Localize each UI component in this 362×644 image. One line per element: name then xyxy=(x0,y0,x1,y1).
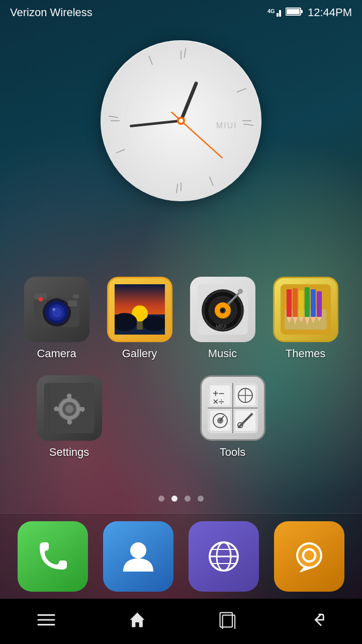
tools-icon: +− ×÷ xyxy=(200,375,265,441)
svg-line-19 xyxy=(181,84,196,121)
app-gallery[interactable]: Gallery xyxy=(101,277,178,360)
svg-rect-41 xyxy=(137,314,143,330)
dot-1[interactable] xyxy=(158,496,164,502)
svg-point-32 xyxy=(52,308,55,311)
dot-4[interactable] xyxy=(198,496,204,502)
recents-button[interactable] xyxy=(203,603,251,640)
svg-point-51 xyxy=(227,302,230,305)
signal-icon: 4G xyxy=(267,6,282,20)
svg-rect-5 xyxy=(287,9,300,14)
svg-point-33 xyxy=(39,297,43,301)
svg-line-20 xyxy=(131,121,181,126)
svg-text:MIUI: MIUI xyxy=(216,121,237,130)
svg-rect-61 xyxy=(305,287,310,317)
svg-text:4G: 4G xyxy=(267,8,275,14)
app-grid: Camera xyxy=(0,277,362,474)
page-dots xyxy=(158,496,204,502)
app-settings[interactable]: Settings xyxy=(30,375,108,459)
app-themes[interactable]: Themes xyxy=(266,277,344,360)
clock-widget[interactable]: MIUI xyxy=(101,40,261,201)
app-music[interactable]: MIUI Music xyxy=(184,277,261,360)
dock xyxy=(0,513,362,599)
tools-label: Tools xyxy=(220,446,245,459)
svg-line-16 xyxy=(146,56,155,65)
gallery-icon xyxy=(107,277,172,342)
dot-3[interactable] xyxy=(185,496,191,502)
svg-rect-2 xyxy=(279,10,281,17)
svg-text:×÷: ×÷ xyxy=(213,396,224,407)
dock-contacts[interactable] xyxy=(103,521,173,592)
svg-point-23 xyxy=(179,119,183,123)
svg-rect-27 xyxy=(73,294,79,298)
svg-rect-57 xyxy=(293,288,298,317)
clock-svg: MIUI xyxy=(101,40,261,201)
themes-icon xyxy=(273,277,338,342)
svg-line-13 xyxy=(116,146,125,156)
carrier-text: Verizon Wireless xyxy=(10,6,93,19)
camera-icon xyxy=(24,277,89,342)
dock-browser[interactable] xyxy=(189,521,259,592)
music-icon: MIUI xyxy=(190,277,255,342)
settings-label: Settings xyxy=(49,446,89,459)
svg-point-109 xyxy=(304,550,314,560)
back-button[interactable] xyxy=(293,603,341,640)
status-icons: 4G 12:44PM xyxy=(267,6,352,20)
app-tools[interactable]: +− ×÷ xyxy=(194,375,272,459)
svg-marker-108 xyxy=(299,567,314,573)
dock-phone[interactable] xyxy=(18,521,88,592)
time-display: 12:44PM xyxy=(308,6,352,19)
svg-line-17 xyxy=(180,48,190,58)
svg-point-99 xyxy=(130,542,146,558)
app-row-1: Camera xyxy=(15,277,347,360)
svg-point-48 xyxy=(221,309,224,312)
svg-rect-65 xyxy=(317,291,322,317)
themes-label: Themes xyxy=(286,347,325,360)
battery-icon xyxy=(286,7,304,19)
svg-line-10 xyxy=(207,177,216,186)
settings-icon xyxy=(37,375,102,441)
gallery-label: Gallery xyxy=(122,347,157,360)
svg-rect-34 xyxy=(68,300,77,306)
svg-text:MIUI: MIUI xyxy=(216,324,226,330)
dot-2[interactable] xyxy=(171,496,177,502)
home-button[interactable] xyxy=(113,603,161,640)
svg-rect-63 xyxy=(311,289,316,317)
svg-rect-1 xyxy=(277,13,279,17)
menu-button[interactable] xyxy=(21,604,71,639)
dock-messages[interactable] xyxy=(274,521,344,592)
svg-line-11 xyxy=(172,184,182,193)
clock-face: MIUI xyxy=(101,40,261,201)
svg-line-8 xyxy=(244,120,253,129)
svg-rect-59 xyxy=(299,290,304,317)
svg-point-78 xyxy=(65,405,73,413)
camera-label: Camera xyxy=(37,347,76,360)
app-row-2: Settings +− ×÷ xyxy=(15,375,347,459)
nav-bar xyxy=(0,599,362,644)
svg-line-7 xyxy=(237,86,246,95)
app-camera[interactable]: Camera xyxy=(18,277,96,360)
svg-rect-55 xyxy=(287,289,292,317)
status-bar: Verizon Wireless 4G 12:44PM xyxy=(0,0,362,25)
svg-line-14 xyxy=(109,112,118,121)
music-label: Music xyxy=(208,347,237,360)
svg-rect-4 xyxy=(301,10,303,13)
svg-marker-113 xyxy=(130,612,144,627)
svg-point-50 xyxy=(238,289,243,294)
